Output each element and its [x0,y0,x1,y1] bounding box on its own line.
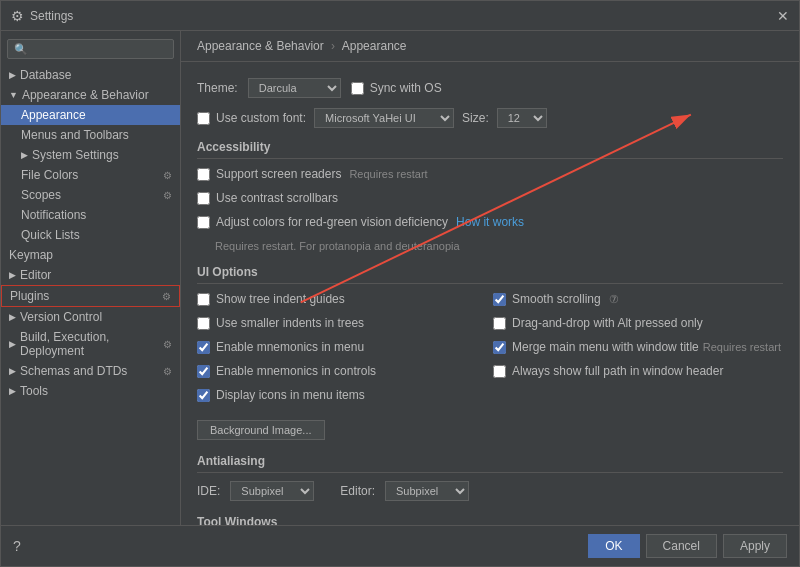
sidebar-item-label: Tools [20,384,48,398]
size-label: Size: [462,111,489,125]
ui-options-left: Show tree indent guides Use smaller inde… [197,292,487,412]
sidebar-item-scopes[interactable]: Scopes ⚙ [1,185,180,205]
sidebar-item-label: Build, Execution, Deployment [20,330,163,358]
background-image-button[interactable]: Background Image... [197,420,325,440]
contrast-scrollbars-checkbox[interactable] [197,192,210,205]
drag-drop-text: Drag-and-drop with Alt pressed only [512,316,703,330]
screen-readers-row: Support screen readers Requires restart [197,167,783,181]
ok-button[interactable]: OK [588,534,639,558]
merge-menu-note: Requires restart [703,341,781,353]
full-path-checkbox[interactable] [493,365,506,378]
sidebar-item-version-control[interactable]: ▶ Version Control [1,307,180,327]
ui-options-title: UI Options [197,265,783,284]
how-it-works-link[interactable]: How it works [456,215,524,229]
settings-icon: ⚙ [11,8,24,24]
sidebar-item-system-settings[interactable]: ▶ System Settings [1,145,180,165]
sidebar-item-label: Menus and Toolbars [21,128,129,142]
merge-menu-checkbox[interactable] [493,341,506,354]
screen-readers-checkbox[interactable] [197,168,210,181]
full-path-label[interactable]: Always show full path in window header [493,364,723,378]
sync-os-checkbox[interactable] [351,82,364,95]
sidebar-item-label: Plugins [10,289,49,303]
title-bar: ⚙ Settings ✕ [1,1,799,31]
sidebar-item-label: File Colors [21,168,78,182]
display-icons-checkbox[interactable] [197,389,210,402]
merge-menu-label[interactable]: Merge main menu with window title [493,340,699,354]
sidebar-item-label: Appearance [21,108,86,122]
mnemonics-menu-label[interactable]: Enable mnemonics in menu [197,340,364,354]
ide-label: IDE: [197,484,220,498]
sidebar-item-label: Database [20,68,71,82]
chevron-icon: ▼ [9,90,18,100]
sidebar-item-build-execution[interactable]: ▶ Build, Execution, Deployment ⚙ [1,327,180,361]
custom-font-checkbox[interactable] [197,112,210,125]
smooth-scrolling-label[interactable]: Smooth scrolling [493,292,601,306]
sidebar-item-schemas-dtds[interactable]: ▶ Schemas and DTDs ⚙ [1,361,180,381]
sidebar-item-menus-toolbars[interactable]: Menus and Toolbars [1,125,180,145]
breadcrumb-separator: › [331,39,335,53]
color-deficiency-label[interactable]: Adjust colors for red-green vision defic… [197,215,448,229]
sidebar-item-label: Notifications [21,208,86,222]
color-deficiency-checkbox[interactable] [197,216,210,229]
drag-drop-checkbox[interactable] [493,317,506,330]
settings-icon: ⚙ [163,170,172,181]
sidebar-item-tools[interactable]: ▶ Tools [1,381,180,401]
sidebar-item-editor[interactable]: ▶ Editor [1,265,180,285]
sidebar-item-label: Appearance & Behavior [22,88,149,102]
sidebar-item-notifications[interactable]: Notifications [1,205,180,225]
mnemonics-controls-text: Enable mnemonics in controls [216,364,376,378]
apply-button[interactable]: Apply [723,534,787,558]
full-path-row: Always show full path in window header [493,364,783,378]
sidebar-item-appearance[interactable]: Appearance [1,105,180,125]
contrast-scrollbars-label[interactable]: Use contrast scrollbars [197,191,338,205]
tree-indent-label[interactable]: Show tree indent guides [197,292,345,306]
theme-row: Theme: Darcula IntelliJ Light Sync with … [197,78,783,98]
settings-icon: ⚙ [163,190,172,201]
tree-indent-checkbox[interactable] [197,293,210,306]
tree-indent-row: Show tree indent guides [197,292,487,306]
sidebar-item-label: Version Control [20,310,102,324]
display-icons-text: Display icons in menu items [216,388,365,402]
custom-font-label[interactable]: Use custom font: [197,111,306,125]
sidebar-item-database[interactable]: ▶ Database [1,65,180,85]
editor-label: Editor: [340,484,375,498]
tool-windows-title: Tool Windows [197,515,783,525]
sync-os-label[interactable]: Sync with OS [351,81,442,95]
sidebar-item-keymap[interactable]: Keymap [1,245,180,265]
smaller-indents-checkbox[interactable] [197,317,210,330]
protanopia-note: Requires restart. For protanopia and deu… [215,240,460,252]
mnemonics-menu-text: Enable mnemonics in menu [216,340,364,354]
sidebar-item-label: System Settings [32,148,119,162]
mnemonics-menu-checkbox[interactable] [197,341,210,354]
mnemonics-controls-label[interactable]: Enable mnemonics in controls [197,364,376,378]
help-button[interactable]: ? [13,538,21,554]
mnemonics-controls-checkbox[interactable] [197,365,210,378]
display-icons-label[interactable]: Display icons in menu items [197,388,365,402]
smaller-indents-label[interactable]: Use smaller indents in trees [197,316,364,330]
ui-options-grid: Show tree indent guides Use smaller inde… [197,292,783,412]
search-box[interactable] [7,39,174,59]
font-select[interactable]: Microsoft YaHei UI [314,108,454,128]
font-row: Use custom font: Microsoft YaHei UI Size… [197,108,783,128]
sidebar-item-plugins[interactable]: Plugins ⚙ [1,285,180,307]
chevron-icon: ▶ [9,339,16,349]
font-size-select[interactable]: 12 11 13 14 [497,108,547,128]
settings-icon: ⚙ [163,339,172,350]
sidebar-item-label: Keymap [9,248,53,262]
sidebar-item-file-colors[interactable]: File Colors ⚙ [1,165,180,185]
sync-os-text: Sync with OS [370,81,442,95]
cancel-button[interactable]: Cancel [646,534,717,558]
ide-antialiasing-select[interactable]: Subpixel Grayscale None [230,481,314,501]
search-input[interactable] [7,39,174,59]
screen-readers-text: Support screen readers [216,167,341,181]
sidebar-item-appearance-behavior[interactable]: ▼ Appearance & Behavior [1,85,180,105]
screen-readers-label[interactable]: Support screen readers [197,167,341,181]
editor-antialiasing-select[interactable]: Subpixel Grayscale None [385,481,469,501]
help-icon[interactable]: ⑦ [609,293,619,306]
theme-select[interactable]: Darcula IntelliJ Light [248,78,341,98]
smooth-scrolling-checkbox[interactable] [493,293,506,306]
close-button[interactable]: ✕ [777,8,789,24]
full-path-text: Always show full path in window header [512,364,723,378]
sidebar-item-quick-lists[interactable]: Quick Lists [1,225,180,245]
drag-drop-label[interactable]: Drag-and-drop with Alt pressed only [493,316,703,330]
